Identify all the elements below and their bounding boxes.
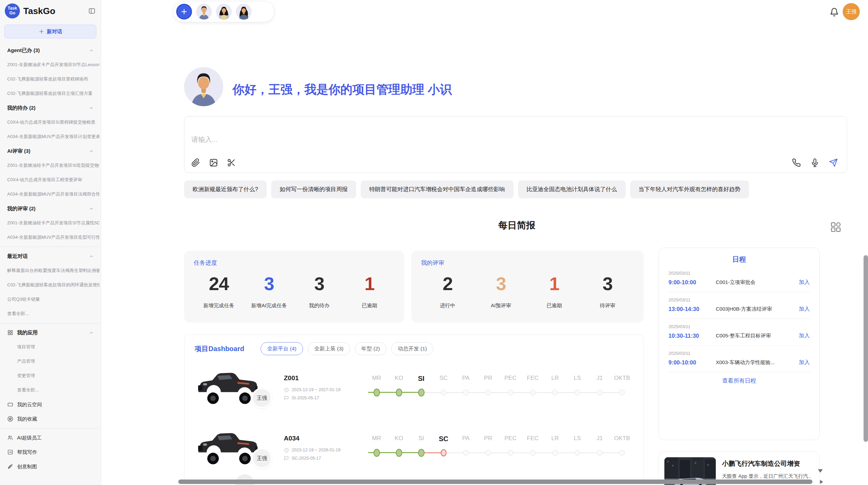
- sidebar-item[interactable]: C0X4-动力总成开发项目SI里程碑提交物检查: [0, 115, 99, 129]
- milestone-dot-lr[interactable]: [552, 389, 558, 395]
- join-meeting-link[interactable]: 加入: [799, 359, 810, 366]
- milestone-dot-lr[interactable]: [552, 450, 558, 456]
- dashboard-tab[interactable]: 全新上装 (3): [308, 342, 350, 355]
- app-item[interactable]: 变更管理: [0, 369, 99, 383]
- recent-chat-item[interactable]: 公司Q3轻卡销量: [0, 292, 99, 307]
- agent-avatar-3[interactable]: [236, 4, 252, 20]
- brief-card: 我的评审2进行中3AI预评审1已逾期3待评审: [411, 251, 644, 323]
- milestone-label: FEC: [522, 435, 544, 443]
- sidebar-item[interactable]: C02-飞腾新能源轻客改款项目立项汇报方案: [0, 86, 99, 101]
- milestone-dot-ko[interactable]: [396, 388, 402, 396]
- join-meeting-link[interactable]: 加入: [799, 306, 810, 313]
- milestone-dot-pa[interactable]: [463, 389, 469, 395]
- sidebar-item[interactable]: A034-全新新能源MUV产品开发项目计划变更表编写: [0, 129, 99, 144]
- milestone-label: FEC: [522, 375, 544, 383]
- milestone-track: MRKOSISCPAPRPECFECLRLSJ1OKTB: [365, 435, 633, 461]
- add-agent-button[interactable]: [176, 4, 192, 20]
- suggestion-chip[interactable]: 如何写一份清晰的项目周报: [271, 181, 356, 198]
- sidebar-section-my-apps[interactable]: 我的应用: [0, 325, 99, 340]
- project-code[interactable]: Z001: [284, 374, 362, 382]
- attachment-icon[interactable]: [191, 158, 200, 167]
- sidebar-item[interactable]: Z001-全新燃油皮卡产品开发项目SI节点Lesson Learn报告: [0, 58, 99, 72]
- project-code[interactable]: A034: [284, 435, 362, 442]
- milestone-dot-si[interactable]: [418, 449, 424, 457]
- view-all-schedule-link[interactable]: 查看所有日程: [668, 377, 810, 385]
- milestone-dot-pec[interactable]: [508, 450, 514, 456]
- milestone-dot-fec[interactable]: [530, 450, 536, 456]
- vertical-scrollbar[interactable]: [864, 255, 868, 442]
- phone-call-icon[interactable]: [792, 158, 801, 167]
- dashboard-tab[interactable]: 年型 (2): [355, 342, 386, 355]
- horizontal-scrollbar[interactable]: [178, 480, 812, 484]
- sidebar-section-header[interactable]: Agent已办 (3): [0, 43, 99, 58]
- sidebar-item[interactable]: C02-飞腾新能源轻客改款项目里程碑画布: [0, 72, 99, 86]
- screenshot-scissors-icon[interactable]: [227, 158, 236, 167]
- scroll-right-arrow[interactable]: [820, 480, 823, 484]
- milestone-dot-mr[interactable]: [373, 388, 380, 396]
- milestone-dot-j1[interactable]: [597, 450, 603, 456]
- agent-avatar-2[interactable]: [216, 4, 232, 20]
- milestone-dot-mr[interactable]: [373, 449, 380, 457]
- new-chat-button[interactable]: 新对话: [4, 25, 96, 38]
- schedule-date: 2025/03/11: [668, 297, 810, 302]
- join-meeting-link[interactable]: 加入: [799, 332, 810, 339]
- view-all-recent-link[interactable]: 查看全部...: [0, 307, 99, 321]
- milestone-dot-pec[interactable]: [508, 389, 514, 395]
- milestone-dot-sc[interactable]: [441, 389, 446, 395]
- recent-chat-item[interactable]: C02-飞腾新能源轻客改款项目的闭环通告反馈情况: [0, 278, 99, 292]
- chat-input[interactable]: [191, 136, 671, 144]
- suggestion-chip[interactable]: 欧洲新规最近颁布了什么?: [184, 181, 267, 198]
- milestone-dot-sc[interactable]: [441, 449, 446, 456]
- sidebar-item[interactable]: C0X4-动力总成开发项目工程变更评审: [0, 173, 99, 187]
- stat-block: 1已逾期: [528, 273, 581, 309]
- greeting-text: 你好，王强，我是你的项目管理助理 小识: [232, 82, 452, 98]
- milestone-dot-pa[interactable]: [463, 450, 469, 456]
- dashboard-tab[interactable]: 动总开发 (1): [391, 342, 433, 355]
- sidebar-item-ai-staff[interactable]: AI超级员工: [0, 431, 99, 445]
- microphone-icon[interactable]: [810, 158, 819, 167]
- agent-avatar-1[interactable]: [196, 4, 212, 20]
- sidebar-scroll: Agent已办 (3)Z001-全新燃油皮卡产品开发项目SI节点Lesson L…: [0, 43, 101, 474]
- sidebar-item[interactable]: A034-全新新能源MUV产品开发项目法规符合性评审: [0, 187, 99, 201]
- sidebar-item-favorites[interactable]: 我的收藏: [0, 412, 99, 426]
- sidebar-section-recent[interactable]: 最近对话: [0, 249, 99, 263]
- suggestion-chip[interactable]: 当下年轻人对汽车外观有怎样的喜好趋势: [630, 181, 749, 198]
- notification-bell-icon[interactable]: [830, 8, 839, 17]
- dashboard-tab[interactable]: 全新平台 (4): [261, 342, 303, 355]
- milestone-dot-fec[interactable]: [530, 389, 536, 395]
- milestone-dot-j1[interactable]: [597, 389, 603, 395]
- suggestion-chip[interactable]: 特朗普可能对进口汽车增税会对中国车企造成哪些影响: [361, 181, 514, 198]
- join-meeting-link[interactable]: 加入: [799, 279, 810, 286]
- sidebar-section-header[interactable]: AI评审 (3): [0, 144, 99, 158]
- milestone-dot-ko[interactable]: [396, 449, 402, 457]
- suggestion-chip[interactable]: 比亚迪全固态电池计划具体说了什么: [518, 181, 626, 198]
- milestone-dot-pr[interactable]: [485, 389, 491, 395]
- app-item[interactable]: 查看全部...: [0, 383, 99, 397]
- user-avatar[interactable]: 王强: [843, 3, 860, 20]
- milestone-dot-si[interactable]: [418, 388, 424, 396]
- send-icon[interactable]: [829, 158, 838, 167]
- app-item[interactable]: 项目管理: [0, 340, 99, 354]
- collapse-sidebar-icon[interactable]: [88, 8, 96, 14]
- image-upload-icon[interactable]: [209, 158, 218, 167]
- schedule-time: 9:00-10:00: [668, 279, 716, 286]
- sidebar-item[interactable]: A034-全新新能源MUV产品开发项目造型可行性评审: [0, 230, 99, 245]
- stat-value: 2: [421, 273, 474, 294]
- sidebar-item[interactable]: Z001-全新燃油轻卡产品开发项目SI节点属性5D文件评审: [0, 216, 99, 230]
- sidebar-section-header[interactable]: 我的待办 (2): [0, 101, 99, 115]
- sidebar-item-write-helper[interactable]: 帮我写作: [0, 445, 99, 459]
- milestone-dot-oktb[interactable]: [619, 450, 625, 456]
- milestone-dot-oktb[interactable]: [619, 389, 625, 395]
- sidebar-item[interactable]: Z001-全新燃油轻卡产品开发项目SI造型提交物评审: [0, 158, 99, 173]
- sidebar-section-header[interactable]: 我的评审 (2): [0, 201, 99, 216]
- milestone-dot-ls[interactable]: [575, 450, 580, 456]
- layout-grid-icon[interactable]: [830, 221, 842, 233]
- milestone-dot-pr[interactable]: [485, 450, 491, 456]
- app-item[interactable]: 产品管理: [0, 354, 99, 369]
- sidebar-item-cloud-space[interactable]: 我的云空间: [0, 397, 99, 412]
- milestone-dot-ls[interactable]: [575, 389, 580, 395]
- recent-chat-item[interactable]: 解释最新出台的欧盟报废车法规再生塑料比例被调至15%...: [0, 263, 99, 278]
- star-icon: [7, 416, 13, 422]
- sidebar-item-creative-draw[interactable]: 创意制图: [0, 459, 99, 474]
- scroll-down-arrow[interactable]: [818, 469, 823, 473]
